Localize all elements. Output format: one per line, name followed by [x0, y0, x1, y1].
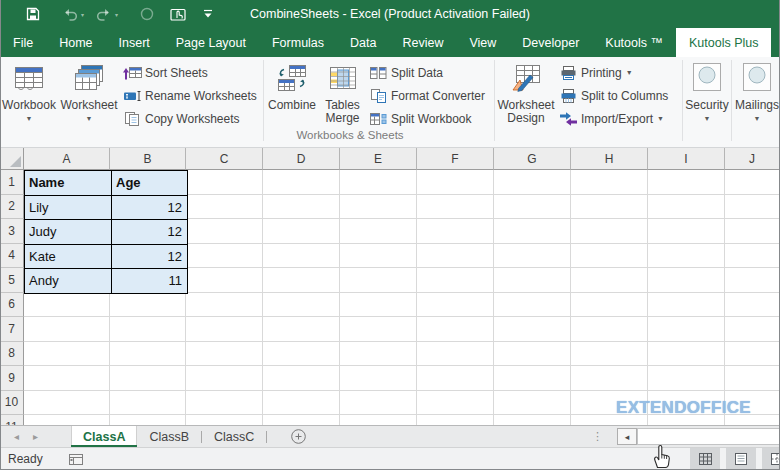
cell-G7[interactable] [494, 317, 571, 342]
ribbon-tab-kutools[interactable]: Kutools ™ [592, 28, 676, 57]
cell-B2[interactable]: 12 [112, 195, 188, 220]
cell-B6[interactable] [110, 293, 186, 318]
cell-J6[interactable] [725, 293, 780, 318]
redo-icon[interactable]: ▾ [96, 2, 118, 26]
cell-H5[interactable] [571, 268, 648, 293]
cell-F3[interactable] [417, 219, 494, 244]
row-header-10[interactable]: 10 [0, 391, 24, 416]
cell-B3[interactable]: 12 [112, 220, 188, 245]
cell-F9[interactable] [417, 366, 494, 391]
cell-G10[interactable] [494, 391, 571, 416]
cell-A9[interactable] [24, 366, 110, 391]
sheet-tab-classc[interactable]: ClassC [202, 426, 266, 447]
cell-I5[interactable] [648, 268, 725, 293]
cell-E8[interactable] [340, 342, 417, 367]
cell-C11[interactable] [186, 415, 263, 425]
cell-F6[interactable] [417, 293, 494, 318]
cell-I1[interactable] [648, 170, 725, 195]
cell-C10[interactable] [186, 391, 263, 416]
row-header-1[interactable]: 1 [0, 170, 24, 195]
hscroll-left-icon[interactable]: ◂ [617, 428, 637, 445]
ribbon-button-split-data[interactable]: Split Data [366, 62, 493, 83]
row-header-5[interactable]: 5 [0, 268, 24, 293]
cell-F1[interactable] [417, 170, 494, 195]
cell-A11[interactable] [24, 415, 110, 425]
cell-J2[interactable] [725, 195, 780, 220]
cell-E2[interactable] [340, 195, 417, 220]
cell-D3[interactable] [263, 219, 340, 244]
cell-C4[interactable] [186, 244, 263, 269]
column-header-b[interactable]: B [110, 148, 186, 170]
ribbon-tab-page-layout[interactable]: Page Layout [163, 28, 259, 57]
cell-H2[interactable] [571, 195, 648, 220]
row-header-2[interactable]: 2 [0, 195, 24, 220]
cell-C2[interactable] [186, 195, 263, 220]
ribbon-tab-data[interactable]: Data [337, 28, 389, 57]
cell-G1[interactable] [494, 170, 571, 195]
cell-D10[interactable] [263, 391, 340, 416]
cell-C6[interactable] [186, 293, 263, 318]
cell-D2[interactable] [263, 195, 340, 220]
ribbon-button-copy-worksheets[interactable]: Copy Worksheets [120, 108, 262, 129]
row-header-11[interactable]: 11 [0, 415, 24, 425]
cell-A8[interactable] [24, 342, 110, 367]
cell-G11[interactable] [494, 415, 571, 425]
select-all-corner[interactable] [0, 148, 24, 170]
cell-F11[interactable] [417, 415, 494, 425]
cell-E3[interactable] [340, 219, 417, 244]
ribbon-tab-home[interactable]: Home [46, 28, 105, 57]
cell-J8[interactable] [725, 342, 780, 367]
ribbon-button-split-workbook[interactable]: Split Workbook [366, 108, 493, 129]
normal-view-button[interactable] [690, 448, 720, 470]
cell-E10[interactable] [340, 391, 417, 416]
cell-D8[interactable] [263, 342, 340, 367]
customize-qat-icon[interactable] [203, 2, 213, 26]
cell-A4[interactable]: Kate [25, 244, 112, 269]
cell-D4[interactable] [263, 244, 340, 269]
cell-B10[interactable] [110, 391, 186, 416]
cell-G5[interactable] [494, 268, 571, 293]
cell-H1[interactable] [571, 170, 648, 195]
cell-J3[interactable] [725, 219, 780, 244]
cell-G3[interactable] [494, 219, 571, 244]
cell-I3[interactable] [648, 219, 725, 244]
cell-E11[interactable] [340, 415, 417, 425]
circle-icon[interactable] [140, 2, 154, 26]
undo-icon[interactable]: ▾ [62, 2, 84, 26]
cell-D5[interactable] [263, 268, 340, 293]
column-header-a[interactable]: A [24, 148, 110, 170]
cell-G8[interactable] [494, 342, 571, 367]
column-header-h[interactable]: H [571, 148, 648, 170]
cell-C9[interactable] [186, 366, 263, 391]
cell-E1[interactable] [340, 170, 417, 195]
tab-scroll-splitter[interactable]: ⋮ [588, 426, 607, 447]
cell-H4[interactable] [571, 244, 648, 269]
cell-I7[interactable] [648, 317, 725, 342]
cell-D7[interactable] [263, 317, 340, 342]
page-layout-view-button[interactable] [726, 448, 756, 470]
column-header-j[interactable]: J [725, 148, 780, 170]
cell-G2[interactable] [494, 195, 571, 220]
cell-H8[interactable] [571, 342, 648, 367]
cell-I4[interactable] [648, 244, 725, 269]
ribbon-button-split-to-columns[interactable]: Split to Columns [556, 85, 681, 106]
cell-B1[interactable]: Age [112, 171, 188, 196]
ribbon-tab-insert[interactable]: Insert [106, 28, 163, 57]
cell-A10[interactable] [24, 391, 110, 416]
ribbon-button-format-converter[interactable]: Format Converter [366, 85, 493, 106]
cell-H9[interactable] [571, 366, 648, 391]
cell-F5[interactable] [417, 268, 494, 293]
column-header-g[interactable]: G [494, 148, 571, 170]
sheet-nav-left-icon[interactable]: ◂ [7, 426, 26, 447]
cell-H7[interactable] [571, 317, 648, 342]
column-header-d[interactable]: D [263, 148, 340, 170]
ribbon-button-sort-sheets[interactable]: Sort Sheets [120, 62, 262, 83]
cell-E9[interactable] [340, 366, 417, 391]
cell-A7[interactable] [24, 317, 110, 342]
ribbon-button-worksheet[interactable]: Worksheet▼ [58, 57, 120, 147]
cell-B4[interactable]: 12 [112, 244, 188, 269]
cell-G4[interactable] [494, 244, 571, 269]
cell-F8[interactable] [417, 342, 494, 367]
ribbon-button-worksheet-design[interactable]: WorksheetDesign [496, 57, 556, 147]
cell-B5[interactable]: 11 [112, 269, 188, 294]
